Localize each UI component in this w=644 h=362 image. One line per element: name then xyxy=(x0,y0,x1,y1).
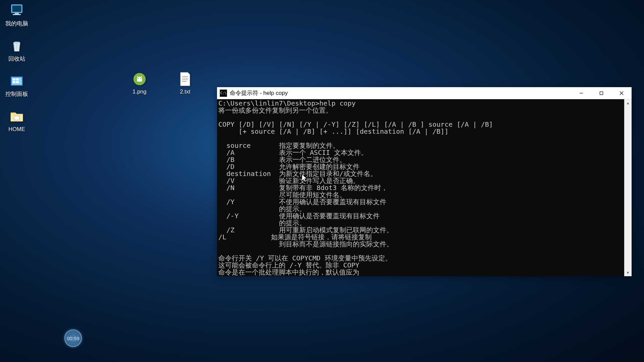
icon-label: 2.txt xyxy=(180,88,190,95)
desktop-file-1-png[interactable]: 1.png xyxy=(123,71,156,95)
svg-point-13 xyxy=(138,78,139,79)
desktop-file-2-txt[interactable]: 2.txt xyxy=(168,71,202,95)
desktop-icon-control-panel[interactable]: 控制面板 xyxy=(0,73,34,98)
recycle-bin-icon xyxy=(9,38,25,54)
icon-label: 1.png xyxy=(132,88,146,95)
svg-rect-22 xyxy=(600,92,603,95)
icon-label: 回收站 xyxy=(8,55,25,63)
scrollbar[interactable]: ▲ ▼ xyxy=(624,99,632,276)
desktop-icon-recycle-bin[interactable]: 回收站 xyxy=(0,38,34,63)
maximize-button[interactable] xyxy=(591,87,611,99)
scroll-track[interactable] xyxy=(624,107,632,269)
icon-label: 控制面板 xyxy=(5,90,28,98)
text-file-icon xyxy=(177,71,193,87)
svg-rect-9 xyxy=(13,81,15,83)
desktop-icon-my-computer[interactable]: 我的电脑 xyxy=(0,3,34,27)
icon-label: 我的电脑 xyxy=(5,20,28,27)
svg-rect-3 xyxy=(13,14,21,15)
desktop-icon-home[interactable]: HOME xyxy=(0,109,34,132)
clock-time: 00:59 xyxy=(67,336,79,341)
android-icon xyxy=(131,71,148,87)
folder-icon xyxy=(9,109,25,125)
computer-icon xyxy=(9,3,25,19)
close-button[interactable] xyxy=(611,87,632,99)
svg-rect-7 xyxy=(13,78,15,80)
title-bar[interactable]: C:\ 命令提示符 - help copy xyxy=(217,87,632,99)
control-panel-icon xyxy=(9,73,25,89)
terminal-output[interactable]: C:\Users\linlin7\Desktop>help copy 将一份或多… xyxy=(217,99,632,276)
svg-rect-8 xyxy=(16,78,19,80)
cmd-icon: C:\ xyxy=(220,89,227,97)
svg-rect-2 xyxy=(15,13,19,14)
svg-rect-10 xyxy=(16,81,19,83)
svg-point-14 xyxy=(140,78,141,79)
window-title: 命令提示符 - help copy xyxy=(230,89,571,97)
svg-rect-1 xyxy=(12,6,21,12)
clock-widget[interactable]: 00:59 xyxy=(64,329,82,347)
scroll-up-icon[interactable]: ▲ xyxy=(624,99,632,107)
cmd-window[interactable]: C:\ 命令提示符 - help copy C:\Users\linlin7\D… xyxy=(217,87,632,276)
scroll-down-icon[interactable]: ▼ xyxy=(624,269,632,276)
window-controls xyxy=(571,87,632,99)
svg-rect-11 xyxy=(14,116,19,120)
minimize-button[interactable] xyxy=(571,87,591,99)
icon-label: HOME xyxy=(8,126,25,132)
